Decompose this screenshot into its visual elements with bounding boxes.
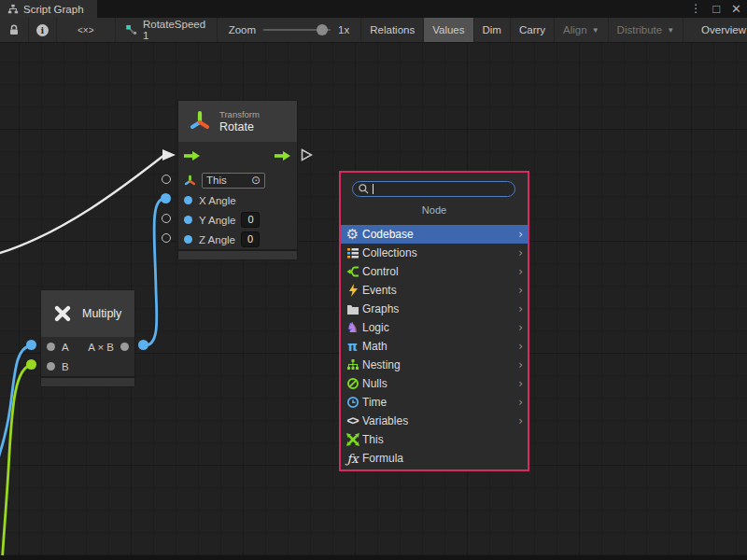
toolbar-toggle-relations[interactable]: Relations — [361, 18, 424, 42]
wire-flow-arrowhead — [162, 149, 176, 161]
rotate-node-header[interactable]: Transform Rotate — [178, 101, 297, 142]
graph-toolbar: i <×> RotateSpeed 1 Zoom 1x RelationsVal… — [0, 18, 747, 43]
input-port-a[interactable] — [47, 343, 55, 351]
chevron-right-icon: › — [518, 414, 523, 427]
flow-continuation-triangle-icon[interactable] — [301, 148, 313, 161]
knight-icon: ♞ — [345, 321, 360, 335]
input-port[interactable] — [184, 235, 192, 244]
finder-item-label: Collections — [362, 246, 518, 259]
finder-item-codebase[interactable]: ⚙Codebase› — [341, 225, 528, 244]
finder-item-label: Graphs — [362, 302, 518, 315]
code-icon: <×> — [78, 25, 94, 35]
finder-item-events[interactable]: Events› — [341, 281, 528, 300]
finder-item-label: Time — [362, 396, 518, 409]
graph-canvas[interactable]: Transform Rotate This — [0, 43, 747, 555]
finder-item-time[interactable]: Time› — [341, 393, 528, 412]
close-icon[interactable]: ✕ — [731, 0, 741, 18]
external-port-this[interactable] — [162, 175, 171, 184]
chevron-right-icon: › — [518, 228, 523, 241]
input-port-label: Y Angle — [199, 215, 235, 226]
toolbar-toggle-overview[interactable]: Overview — [693, 18, 747, 42]
external-port-zangle[interactable] — [162, 233, 171, 243]
tab-script-graph[interactable]: Script Graph — [0, 0, 97, 18]
flow-output-arrow-icon[interactable] — [275, 150, 291, 161]
finder-item-math[interactable]: πMath› — [341, 337, 528, 356]
input-port[interactable] — [184, 216, 192, 224]
finder-item-graphs[interactable]: Graphs› — [341, 300, 528, 318]
flow-input-arrow-icon[interactable] — [184, 150, 201, 161]
window-controls: ⋮ □ ✕ — [690, 0, 741, 18]
this-target-field[interactable]: This ⊙ — [202, 173, 265, 189]
chevron-right-icon: › — [518, 340, 523, 353]
finder-item-label: Math — [362, 340, 518, 353]
toolbar-toggle-carry[interactable]: Carry — [511, 18, 555, 42]
multiply-node-header[interactable]: Multiply — [41, 290, 134, 337]
value-field[interactable]: 0 — [241, 212, 260, 228]
folder-icon — [345, 302, 360, 316]
lock-button[interactable] — [0, 18, 29, 42]
value-field[interactable]: 0 — [241, 231, 260, 247]
transform-mini-icon — [184, 175, 196, 187]
external-port-multiply-out-connected[interactable] — [138, 340, 148, 350]
finder-header: Node — [341, 204, 528, 217]
unity-visual-scripting-window: Script Graph ⋮ □ ✕ i <×> Rotate — [0, 0, 747, 560]
fuzzy-finder-popup: Node ⚙Codebase›Collections›Control›Event… — [339, 171, 529, 471]
external-port-yangle[interactable] — [162, 214, 171, 223]
wire-into-b[interactable] — [2, 365, 32, 555]
control-icon — [345, 265, 360, 279]
tab-bar: Script Graph ⋮ □ ✕ — [0, 0, 747, 18]
external-port-multiply-b-connected[interactable] — [26, 359, 36, 370]
zoom-control: Zoom 1x — [218, 18, 362, 42]
finder-item-nesting[interactable]: Nesting› — [341, 356, 528, 374]
this-field-value: This — [206, 175, 227, 186]
toolbar-toggle-distribute[interactable]: Distribute▼ — [609, 18, 684, 42]
finder-item-nulls[interactable]: Nulls› — [341, 374, 528, 393]
external-port-multiply-a-connected[interactable] — [26, 340, 36, 350]
toolbar-toggle-dim[interactable]: Dim — [474, 18, 511, 42]
wire-flow-white[interactable] — [0, 155, 164, 254]
graph-reference[interactable]: RotateSpeed 1 — [116, 18, 218, 42]
external-port-xangle-connected[interactable] — [161, 193, 171, 203]
rotate-node[interactable]: Transform Rotate This — [177, 100, 298, 260]
finder-item-collections[interactable]: Collections› — [341, 244, 528, 262]
text-caret — [373, 184, 374, 194]
finder-item-control[interactable]: Control› — [341, 262, 528, 281]
rotate-node-footer — [178, 249, 297, 259]
object-picker-icon[interactable]: ⊙ — [251, 175, 261, 186]
clock-icon — [345, 396, 360, 410]
input-port-b[interactable] — [47, 362, 55, 371]
null-icon — [345, 377, 360, 391]
multiply-row-b: B — [41, 357, 134, 376]
rotate-node-title: Rotate — [219, 120, 260, 133]
finder-item-variables[interactable]: <>Variables› — [341, 412, 528, 430]
finder-item-formula[interactable]: ƒxFormula — [341, 449, 528, 468]
search-icon — [358, 183, 370, 195]
this-icon — [345, 433, 360, 447]
finder-search-input[interactable] — [352, 181, 515, 197]
toolbar-toggle-align[interactable]: Align▼ — [555, 18, 609, 42]
toolbar-toggle-values[interactable]: Values — [424, 18, 473, 42]
zoom-slider[interactable] — [263, 23, 331, 36]
tab-title: Script Graph — [23, 4, 84, 15]
chevron-right-icon: › — [518, 302, 523, 315]
zoom-value: 1x — [338, 24, 349, 35]
chevron-right-icon: › — [518, 246, 523, 259]
finder-item-this[interactable]: This — [341, 430, 528, 449]
code-preview-button[interactable]: <×> — [57, 18, 116, 42]
chevron-right-icon: › — [518, 377, 523, 390]
output-port-axb[interactable] — [120, 343, 129, 351]
collections-icon — [345, 246, 360, 260]
rotate-flow-row — [178, 142, 297, 170]
menu-kebab-icon[interactable]: ⋮ — [690, 0, 701, 18]
finder-item-logic[interactable]: ♞Logic› — [341, 318, 528, 337]
lightning-icon — [345, 284, 360, 298]
input-port[interactable] — [184, 196, 192, 204]
rotate-node-category: Transform — [219, 109, 260, 120]
maximize-icon[interactable]: □ — [712, 0, 720, 18]
zoom-slider-handle[interactable] — [317, 24, 328, 35]
info-button[interactable]: i — [29, 18, 57, 42]
wire-multiply-to-xangle[interactable] — [144, 199, 164, 345]
multiply-node[interactable]: Multiply A A × B B — [40, 289, 135, 387]
finder-list: ⚙Codebase›Collections›Control›Events›Gra… — [341, 225, 528, 468]
finder-item-label: Nesting — [362, 358, 518, 371]
